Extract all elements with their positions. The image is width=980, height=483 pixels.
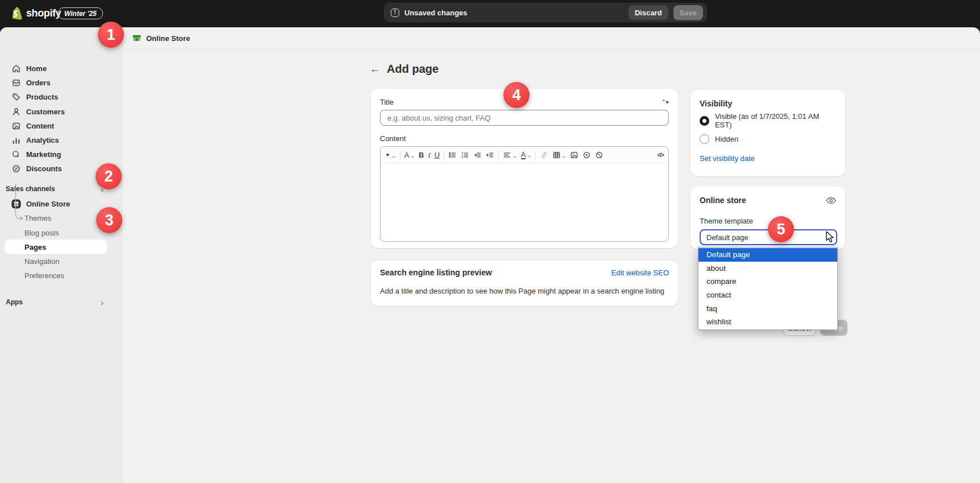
chevron-up-icon: ⌃ [825,231,830,238]
page-title: Add page [387,63,439,76]
breadcrumb[interactable]: Online Store [132,34,190,43]
shopify-wordmark: shopify [26,7,61,19]
italic-icon[interactable]: I [428,151,430,159]
dropdown-option-wishlist[interactable]: wishlist [698,315,837,329]
visibility-card: Visibility Visible (as of 1/7/2025, 1:01… [690,90,845,176]
bold-icon[interactable]: B [419,151,424,159]
numbered-list-icon[interactable] [461,151,469,159]
sidebar-item-content[interactable]: Content [5,118,107,133]
image-icon[interactable] [570,151,578,159]
sidebar-item-online-store[interactable]: Online Store [5,196,107,211]
ai-sparkle-icon[interactable]: ✦⌄ [385,152,396,159]
products-icon [11,92,21,102]
table-icon[interactable]: ⌄ [552,151,567,159]
underline-icon[interactable]: U [435,151,440,159]
theme-template-dropdown: Default page about compare contact faq w… [698,247,838,330]
apps-header[interactable]: Apps › [6,295,111,309]
sidebar-item-customers[interactable]: Customers [5,104,107,119]
dropdown-option-contact[interactable]: contact [698,288,837,302]
dropdown-option-faq[interactable]: faq [698,302,837,315]
orders-icon [11,78,21,88]
sidebar-item-themes[interactable]: Themes [5,210,107,225]
content-icon [11,121,21,131]
sidebar-item-preferences[interactable]: Preferences [5,268,107,283]
video-icon[interactable] [582,151,591,159]
content-textarea[interactable] [381,164,668,242]
breadcrumb-label: Online Store [146,34,190,43]
sidebar-item-orders[interactable]: Orders [5,75,107,90]
bullet-list-icon[interactable] [448,151,457,159]
unsaved-changes-banner: ! Unsaved changes Discard Save [384,3,707,22]
marketing-icon [11,150,21,159]
online-store-channel-icon [11,199,21,209]
annotation-step-4: 4 [503,82,530,108]
dropdown-option-default-page[interactable]: Default page [698,248,837,262]
shopify-admin-window: shopify Winter '25 ! Unsaved changes Dis… [0,0,980,483]
shopify-bag-icon [11,7,23,20]
online-store-green-icon [132,34,142,43]
online-store-heading: Online store [700,196,746,205]
editor-toolbar: ✦⌄ A⌄ B I U ⌄ A⌄ ⌄ [381,147,668,164]
code-view-icon[interactable]: </> [658,152,664,158]
annotation-step-3: 3 [96,207,122,233]
save-button-topbar[interactable]: Save [673,5,703,20]
toolbar-divider [444,151,444,160]
dropdown-option-about[interactable]: about [698,262,837,275]
content-label: Content [380,134,669,143]
toolbar-divider [498,151,499,160]
alert-icon: ! [391,9,399,17]
sales-channels-header[interactable]: Sales channels › [6,182,111,196]
toolbar-divider [535,151,536,160]
annotation-step-1: 1 [98,22,124,48]
annotation-step-2: 2 [96,163,122,189]
title-content-card: Title ✦✦ Content ✦⌄ A⌄ B I U [371,89,678,248]
dropdown-option-compare[interactable]: compare [698,275,837,288]
rich-text-editor[interactable]: ✦⌄ A⌄ B I U ⌄ A⌄ ⌄ [380,146,669,242]
sidebar: Home Orders Products Customers Content A… [0,27,122,483]
sidebar-item-blog-posts[interactable]: Blog posts [5,225,107,240]
hidden-radio-option[interactable]: Hidden [700,133,836,145]
discounts-icon [11,164,21,174]
visible-radio-option[interactable]: Visible (as of 1/7/2025, 1:01 AM EST) [700,115,836,126]
selected-template-value: Default page [706,233,749,242]
radio-unselected-icon[interactable] [700,134,709,144]
sidebar-item-discounts[interactable]: Discounts [5,161,107,176]
visibility-heading: Visibility [700,99,836,108]
chevron-right-icon: › [101,298,104,307]
unsaved-changes-text: Unsaved changes [404,9,623,17]
sidebar-item-analytics[interactable]: Analytics [5,133,107,147]
sidebar-item-products[interactable]: Products [5,89,107,104]
title-label: Title [380,98,394,106]
sidebar-item-navigation[interactable]: Navigation [5,254,107,269]
outdent-icon[interactable] [473,151,482,159]
indent-icon[interactable] [486,151,494,159]
sidebar-item-pages[interactable]: Pages [5,240,107,254]
edit-website-seo-link[interactable]: Edit website SEO [611,269,669,277]
text-style-icon[interactable]: A⌄ [404,151,415,159]
eye-icon[interactable] [826,197,836,204]
analytics-icon [11,135,21,145]
text-color-icon[interactable]: A⌄ [521,151,531,160]
toolbar-divider [400,151,400,160]
back-arrow-icon[interactable]: ← [370,63,380,75]
annotation-step-5: 5 [768,216,794,242]
theme-template-label: Theme template [700,217,836,225]
shopify-logo[interactable]: shopify [11,7,61,20]
header-divider [122,49,980,50]
link-icon[interactable] [540,151,548,159]
clear-formatting-icon[interactable] [595,151,603,159]
sidebar-item-home[interactable]: Home [5,61,107,76]
customers-icon [11,107,21,117]
set-visibility-date-link[interactable]: Set visibility date [700,154,755,163]
online-store-card: Online store Theme template Default page… [690,187,845,249]
top-bar: shopify Winter '25 ! Unsaved changes Dis… [0,0,980,27]
page-title-input[interactable] [380,110,669,126]
sidebar-item-marketing[interactable]: Marketing [5,147,107,162]
radio-selected-icon[interactable] [700,116,709,126]
home-icon [11,64,21,73]
discard-button[interactable]: Discard [628,5,668,20]
ai-sparkle-icon[interactable]: ✦✦ [662,98,669,106]
release-badge: Winter '25 [58,7,103,19]
alignment-icon[interactable]: ⌄ [503,151,517,159]
seo-card-description: Add a title and description to see how t… [380,287,669,295]
